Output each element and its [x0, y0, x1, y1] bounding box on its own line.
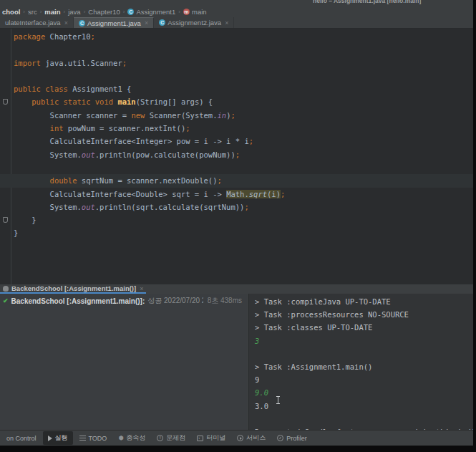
code-segment: int	[50, 124, 64, 133]
breadcrumb-item-assignment1[interactable]: CAssignment1	[127, 8, 175, 16]
code-segment	[14, 124, 50, 133]
code-segment: (String[] args) {	[136, 97, 213, 106]
breadcrumb-label: chool	[2, 8, 20, 16]
close-icon[interactable]: ×	[145, 19, 148, 27]
code-line: CalculateInterface<Integer> pow = i -> i…	[0, 135, 473, 148]
window-edge-bottom	[0, 446, 473, 452]
toolwindow-button-profiler[interactable]: Profiler	[272, 433, 312, 444]
code-segment: ;	[281, 190, 285, 198]
tab-assignment1-java[interactable]: CAssignment1.java×	[74, 17, 154, 28]
code-segment: ;	[235, 150, 240, 159]
code-segment: }	[14, 229, 18, 237]
close-icon[interactable]: ×	[225, 19, 228, 27]
code-line: package Chapter10;	[0, 30, 473, 43]
toolwindow-button-터미널[interactable]: 터미널	[192, 431, 230, 445]
fold-marker-icon[interactable]	[3, 99, 8, 105]
code-segment: out	[82, 203, 95, 211]
code-segment: public class	[14, 85, 68, 93]
service-icon	[237, 435, 243, 441]
code-segment: (i)	[267, 190, 281, 198]
play-icon	[48, 436, 52, 441]
code-line	[0, 69, 473, 82]
class-icon: C	[127, 9, 134, 15]
breadcrumb-item-main[interactable]: mmain	[183, 8, 207, 16]
code-segment: out	[82, 150, 95, 159]
toolwindow-button-todo[interactable]: TODO	[74, 433, 112, 444]
code-segment: powNum = scanner.nextInt()	[64, 124, 186, 133]
code-segment: in	[218, 111, 227, 120]
run-status-detail: 성공 2022/07/20 2:59 PM에	[147, 296, 203, 306]
code-segment: ;	[122, 59, 127, 67]
close-icon[interactable]: ×	[140, 285, 143, 292]
breadcrumb-item-chool[interactable]: chool	[2, 8, 20, 16]
breadcrumb-item-chapter10[interactable]: Chapter10	[88, 8, 120, 16]
fold-marker-icon[interactable]	[3, 217, 8, 223]
run-config-tab[interactable]: BackendSchool [:Assignment1.main()] ×	[0, 284, 146, 294]
run-status-label: BackendSchool [:Assignment1.main()]:	[11, 297, 145, 305]
toolwindow-button-label: 문제점	[166, 433, 185, 443]
code-segment: ;	[217, 176, 221, 185]
code-segment: System.	[14, 203, 82, 211]
breadcrumb-label: main	[192, 8, 207, 16]
code-segment: ;	[185, 124, 190, 133]
hex-icon: ⬢	[118, 436, 123, 441]
code-segment: sqrtNum = scanner.nextDouble()	[77, 176, 218, 185]
code-segment: ;	[249, 137, 253, 145]
run-status-row[interactable]: ✔ BackendSchool [:Assignment1.main()]: 성…	[0, 294, 248, 308]
class-icon: C	[159, 19, 165, 26]
class-icon: C	[79, 20, 85, 27]
breadcrumb-separator-icon: ›	[84, 9, 86, 15]
toolwindow-button-실행[interactable]: 실행	[43, 431, 73, 445]
tab-ulateinterface-java[interactable]: ulateInterface.java×	[0, 17, 74, 28]
code-segment: ;	[90, 32, 94, 41]
breadcrumb-item-main[interactable]: main	[44, 8, 60, 16]
toolwindow-button-서비스[interactable]: 서비스	[232, 431, 271, 445]
console-line: 9	[255, 373, 473, 386]
code-segment	[14, 97, 31, 106]
code-segment: Chapter10	[45, 32, 90, 41]
code-segment: .println(pow.calculate(powNum))	[95, 150, 235, 159]
console-line: > Task :compileJava UP-TO-DATE	[255, 295, 473, 308]
editor-tab-bar: ulateInterface.java×CAssignment1.java×CA…	[0, 17, 473, 29]
breadcrumb-item-java[interactable]: java	[68, 8, 80, 16]
close-icon[interactable]: ×	[64, 19, 68, 27]
run-tab-label: BackendSchool [:Assignment1.main()]	[11, 284, 136, 292]
code-segment: }	[14, 216, 37, 224]
tab-assignment2-java[interactable]: CAssignment2.java×	[154, 17, 234, 28]
breadcrumb: chool›src›main›java›Chapter10›CAssignmen…	[0, 6, 473, 17]
code-segment: main	[117, 97, 135, 106]
toolwindow-button-종속성[interactable]: ⬢종속성	[113, 431, 150, 445]
tab-label: ulateInterface.java	[5, 19, 61, 27]
code-line: int powNum = scanner.nextInt();	[0, 122, 473, 135]
toolwindow-button-label: 서비스	[246, 433, 266, 443]
code-line	[0, 43, 473, 56]
run-panel-left: ✔ BackendSchool [:Assignment1.main()]: 성…	[0, 294, 248, 430]
code-editor[interactable]: package Chapter10; import java.util.Scan…	[0, 29, 473, 284]
tab-label: Assignment2.java	[167, 19, 221, 27]
code-segment: CalculateInterface<Integer> pow = i -> i…	[14, 137, 249, 145]
toolwindow-button-문제점[interactable]: 문제점	[152, 431, 190, 445]
console-line: 9.0	[255, 386, 473, 399]
toolwindow-button-label: Profiler	[286, 435, 307, 442]
window-title: hello – Assignment1.java [hello.main]	[313, 0, 421, 5]
breadcrumb-item-src[interactable]: src	[28, 8, 37, 16]
code-segment: import	[14, 59, 41, 67]
code-segment: ;	[230, 111, 235, 120]
profiler-icon	[277, 435, 283, 441]
tab-label: Assignment1.java	[87, 19, 141, 27]
code-segment: Scanner scanner =	[14, 111, 131, 120]
run-console[interactable]: > Task :compileJava UP-TO-DATE> Task :pr…	[248, 294, 473, 430]
breadcrumb-label: java	[68, 8, 80, 16]
breadcrumb-separator-icon: ›	[40, 9, 42, 15]
todo-icon	[79, 436, 86, 441]
toolwindow-button-on-control[interactable]: on Control	[1, 433, 42, 444]
console-line: > Task :processResources NO-SOURCE	[255, 308, 473, 321]
toolwindow-button-label: 터미널	[206, 433, 225, 443]
code-segment: sqrt	[249, 190, 267, 198]
code-segment: ;	[244, 203, 248, 211]
gradle-icon	[3, 286, 9, 292]
run-panel-header: BackendSchool [:Assignment1.main()] ×	[0, 284, 473, 294]
ide-window: hello – Assignment1.java [hello.main] ch…	[0, 0, 476, 452]
breadcrumb-separator-icon: ›	[123, 9, 125, 15]
toolwindow-button-label: TODO	[89, 435, 107, 442]
